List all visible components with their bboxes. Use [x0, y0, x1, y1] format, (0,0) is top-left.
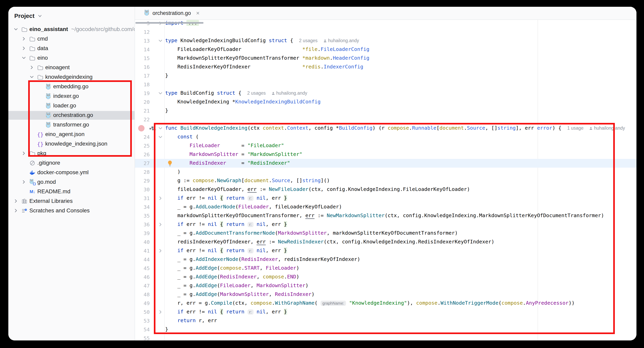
code-line-53[interactable]: 53 return r, err — [135, 316, 636, 325]
code-line-14[interactable]: 14 FileLoaderKeyOfLoader *file.FileLoade… — [135, 45, 636, 54]
fold-collapsed-icon[interactable] — [158, 248, 164, 254]
tree-item-scratches-and-consoles[interactable]: Scratches and Consoles — [8, 206, 134, 215]
tree-item-loader-go[interactable]: loader.go — [8, 101, 134, 110]
code-line-12[interactable]: 12 — [135, 28, 636, 36]
scratches-icon — [21, 207, 28, 214]
code-line-13[interactable]: 13type KnowledgeIndexingBuildConfig stru… — [135, 36, 636, 45]
fold-collapsed-icon[interactable] — [158, 196, 164, 202]
tree-item-label: indexer.go — [53, 93, 79, 99]
line-number: 19 — [135, 90, 150, 96]
chevron-right-icon[interactable] — [13, 208, 19, 213]
code-line-24[interactable]: 24 const ( — [135, 133, 636, 141]
code-line-21[interactable]: 21} — [135, 106, 636, 115]
code-line-17[interactable]: 17} — [135, 71, 636, 80]
fold-expanded-icon[interactable] — [158, 125, 164, 131]
chevron-down-icon[interactable] — [29, 74, 34, 80]
tab-orchestration-go[interactable]: orchestration.go × — [140, 7, 203, 20]
code-line-27[interactable]: 27 RedisIndexer = "RedisIndexer" — [135, 159, 636, 168]
run-marks-icon[interactable] — [149, 126, 156, 131]
code-line-41[interactable]: 41 if err != nil { return r: nil, err } — [135, 246, 636, 255]
chevron-right-icon[interactable] — [21, 36, 26, 42]
code-line-49[interactable]: 49 r, err = g.Compile(ctx, compose.WithG… — [135, 299, 636, 308]
code-line-19[interactable]: 19type BuildConfig struct { 2 usageshuha… — [135, 89, 636, 98]
tree-item--gitignore[interactable]: .gitignore — [8, 159, 134, 167]
tree-item-eino-agent-json[interactable]: {}eino_agent.json — [8, 130, 134, 139]
code-line-48[interactable]: 48 _ = g.AddEdge(MarkdownSplitter, Redis… — [135, 290, 636, 299]
line-number: 26 — [135, 151, 150, 157]
tree-item-data[interactable]: data — [8, 44, 134, 53]
usages-hint[interactable]: 2 usages — [299, 38, 318, 43]
code-line-18[interactable]: 18 — [135, 80, 636, 89]
breakpoint-icon[interactable] — [138, 125, 144, 131]
code-line-40[interactable]: 40 redisIndexerKeyOfIndexer, err := NewR… — [135, 238, 636, 246]
code-line-55[interactable]: 55 — [135, 334, 636, 340]
code-text: r, err = g.Compile(ctx, compose.WithGrap… — [165, 300, 575, 306]
usages-hint[interactable]: 2 usages — [247, 90, 266, 96]
gomod-icon — [29, 179, 36, 186]
horizontal-scrollbar-thumb[interactable] — [136, 22, 204, 24]
code-line-44[interactable]: 44 _ = g.AddIndexerNode(RedisIndexer, re… — [135, 255, 636, 264]
fold-expanded-icon[interactable] — [158, 90, 164, 96]
tree-item-embedding-go[interactable]: embedding.go — [8, 82, 134, 91]
tree-item-external-libraries[interactable]: External Libraries — [8, 197, 134, 206]
chevron-right-icon[interactable] — [21, 179, 26, 185]
code-text: RedisIndexer = "RedisIndexer" — [165, 160, 290, 166]
code-text: fileLoaderKeyOfLoader, err := NewFileLoa… — [165, 186, 470, 192]
tree-item-eino-assistant[interactable]: eino_assistant~/gocode/src/github.com/cl — [8, 25, 134, 34]
code-line-16[interactable]: 16 RedisIndexerKeyOfIndexer *redis.Index… — [135, 63, 636, 71]
fold-expanded-icon[interactable] — [158, 134, 164, 140]
code-line-35[interactable]: 35 markdownSplitterKeyOfDocumentTransfor… — [135, 211, 636, 220]
chevron-down-icon[interactable] — [37, 13, 42, 19]
tree-item-go-mod[interactable]: go.mod — [8, 178, 134, 187]
line-number: 47 — [135, 283, 150, 289]
tree-item-pkg[interactable]: pkg — [8, 149, 134, 158]
code-line-36[interactable]: 36 if err != nil { return r: nil, err } — [135, 220, 636, 229]
code-line-29[interactable]: 29 g := compose.NewGraph[document.Source… — [135, 177, 636, 185]
code-line-3[interactable]: 3import ... — [135, 19, 636, 28]
project-panel-header[interactable]: Project — [14, 12, 42, 20]
chevron-right-icon[interactable] — [21, 46, 26, 51]
tree-item-knowledge-indexing-json[interactable]: {}knowledge_indexing.json — [8, 140, 134, 148]
tree-item-einoagent[interactable]: einoagent — [8, 63, 134, 72]
ide-window: Project eino_assistant~/gocode/src/githu… — [8, 7, 636, 340]
fold-collapsed-icon[interactable] — [158, 222, 164, 228]
code-line-39[interactable]: 39 _ = g.AddDocumentTransformerNode(Mark… — [135, 229, 636, 238]
usages-hint[interactable]: 1 usage — [567, 125, 584, 131]
code-line-30[interactable]: 30 fileLoaderKeyOfLoader, err := NewFile… — [135, 185, 636, 194]
tree-item-docker-compose-yml[interactable]: docker-compose.yml — [8, 168, 134, 177]
code-line-23[interactable]: func BuildKnowledgeIndexing(ctx context.… — [135, 124, 636, 133]
code-line-47[interactable]: 47 _ = g.AddEdge(FileLoader, MarkdownSpl… — [135, 281, 636, 290]
code-text: KnowledgeIndexing *KnowledgeIndexingBuil… — [165, 99, 320, 105]
code-line-46[interactable]: 46 _ = g.AddEdge(RedisIndexer, compose.E… — [135, 273, 636, 281]
chevron-down-icon[interactable] — [21, 55, 26, 61]
fold-expanded-icon[interactable] — [158, 38, 164, 44]
tree-item-readme-md[interactable]: M↓README.md — [8, 187, 134, 196]
tree-item-indexer-go[interactable]: indexer.go — [8, 92, 134, 101]
chevron-down-icon[interactable] — [13, 27, 19, 32]
code-line-45[interactable]: 45 _ = g.AddEdge(compose.START, FileLoad… — [135, 264, 636, 273]
code-line-50[interactable]: 50 if err != nil { return r: nil, err } — [135, 308, 636, 316]
tree-item-eino[interactable]: eino — [8, 54, 134, 62]
code-line-54[interactable]: 54} — [135, 325, 636, 334]
code-line-15[interactable]: 15 MarkdownSplitterKeyOfDocumentTransfor… — [135, 54, 636, 63]
tab-close-icon[interactable]: × — [196, 10, 200, 17]
code-line-20[interactable]: 20 KnowledgeIndexing *KnowledgeIndexingB… — [135, 98, 636, 106]
code-line-22[interactable]: 22 — [135, 115, 636, 124]
tree-item-knowledgeindexing[interactable]: knowledgeindexing — [8, 73, 134, 82]
chevron-right-icon[interactable] — [29, 65, 34, 70]
code-line-34[interactable]: 34 _ = g.AddLoaderNode(FileLoader, fileL… — [135, 203, 636, 211]
fold-collapsed-icon[interactable] — [158, 309, 164, 315]
tree-item-transformer-go[interactable]: transformer.go — [8, 120, 134, 129]
code-line-26[interactable]: 26 MarkdownSplitter = "MarkdownSplitter" — [135, 150, 636, 159]
code-line-31[interactable]: 31 if err != nil { return r: nil, err } — [135, 194, 636, 203]
code-line-28[interactable]: 28 ) — [135, 168, 636, 177]
line-number: 48 — [135, 291, 150, 297]
tree-item-label: knowledgeindexing — [45, 74, 92, 80]
chevron-right-icon[interactable] — [13, 198, 19, 204]
tree-item-label: docker-compose.yml — [37, 169, 88, 176]
code-line-25[interactable]: 25 FileLoader = "FileLoader" — [135, 141, 636, 150]
line-number: 50 — [135, 309, 150, 315]
tree-item-cmd[interactable]: cmd — [8, 35, 134, 43]
tree-item-orchestration-go[interactable]: orchestration.go — [8, 111, 134, 120]
chevron-right-icon[interactable] — [21, 150, 26, 156]
